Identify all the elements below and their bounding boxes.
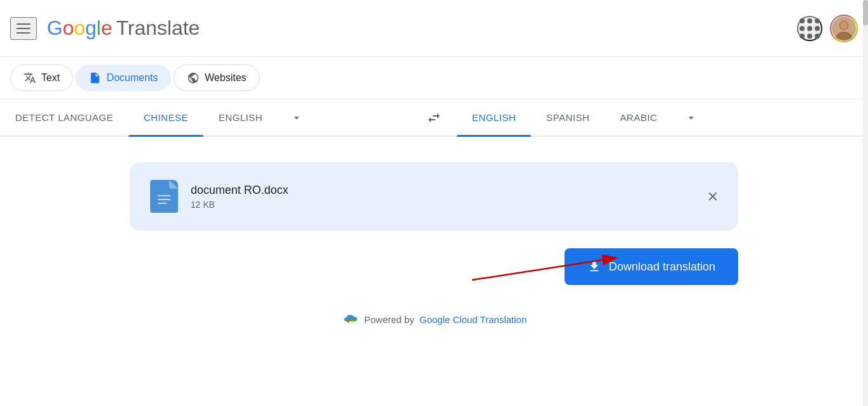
chevron-down-icon — [290, 111, 303, 124]
tab-documents-label: Documents — [106, 72, 158, 84]
footer-link[interactable]: Google Cloud Translation — [419, 314, 527, 325]
logo-google: Google — [47, 16, 112, 40]
document-info: document RO.docx 12 KB — [191, 184, 718, 210]
logo-link[interactable]: Google Translate — [47, 16, 200, 40]
apps-grid-icon — [800, 18, 820, 39]
document-size: 12 KB — [191, 200, 718, 210]
svg-line-6 — [472, 258, 616, 280]
target-language-dropdown-button[interactable] — [672, 101, 710, 134]
header-left: Google Translate — [10, 16, 200, 40]
source-language-section: DETECT LANGUAGE CHINESE ENGLISH — [0, 99, 411, 136]
svg-point-3 — [840, 22, 848, 29]
main-content: document RO.docx 12 KB Download translat… — [0, 137, 868, 390]
tab-documents[interactable]: Documents — [75, 65, 171, 91]
avatar[interactable] — [830, 15, 858, 42]
tab-text-label: Text — [41, 72, 60, 84]
close-icon — [706, 189, 720, 203]
lang-english-target[interactable]: ENGLISH — [457, 99, 531, 136]
document-name: document RO.docx — [191, 184, 718, 197]
globe-icon — [187, 72, 200, 84]
language-bar: DETECT LANGUAGE CHINESE ENGLISH ENGLISH … — [0, 99, 868, 137]
arrow-annotation — [466, 236, 630, 286]
header-right — [797, 15, 858, 42]
document-icon-wrap — [150, 180, 178, 213]
google-apps-button[interactable] — [797, 16, 822, 41]
header: Google Translate — [0, 0, 868, 57]
lang-arabic[interactable]: ARABIC — [605, 99, 673, 136]
source-language-dropdown-button[interactable] — [278, 101, 316, 134]
google-cloud-icon — [341, 310, 359, 328]
lang-spanish[interactable]: SPANISH — [531, 99, 604, 136]
scrollbar-track[interactable] — [863, 0, 868, 406]
remove-document-button[interactable] — [703, 186, 723, 206]
svg-point-7 — [347, 320, 350, 323]
svg-point-8 — [352, 320, 354, 323]
tab-bar: Text Documents Websites — [0, 57, 868, 99]
scrollbar-thumb[interactable] — [863, 0, 868, 25]
download-section: Download translation — [130, 248, 738, 285]
footer-powered-by: Powered by — [364, 314, 414, 325]
logo-translate: Translate — [116, 16, 200, 40]
document-file-icon — [150, 180, 178, 213]
lang-english-source[interactable]: ENGLISH — [203, 99, 278, 136]
lang-detect[interactable]: DETECT LANGUAGE — [0, 99, 129, 136]
hamburger-menu-button[interactable] — [10, 17, 37, 40]
swap-icon — [426, 110, 442, 125]
document-icon-lines — [158, 195, 170, 204]
tab-websites-label: Websites — [205, 72, 246, 84]
translate-icon — [23, 72, 36, 84]
tab-websites[interactable]: Websites — [174, 65, 260, 91]
lang-chinese[interactable]: CHINESE — [129, 99, 203, 136]
footer: Powered by Google Cloud Translation — [341, 310, 527, 328]
avatar-image — [832, 16, 856, 41]
document-card: document RO.docx 12 KB — [130, 162, 738, 231]
tab-text[interactable]: Text — [10, 65, 73, 91]
documents-icon — [89, 72, 101, 84]
swap-languages-button[interactable] — [411, 103, 457, 133]
chevron-down-icon-target — [685, 111, 698, 124]
target-language-section: ENGLISH SPANISH ARABIC — [457, 99, 868, 136]
